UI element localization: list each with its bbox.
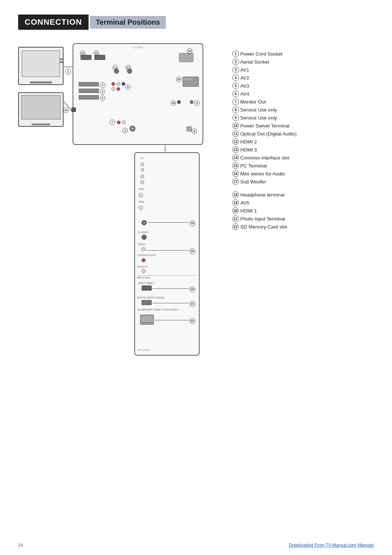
ci-slot	[179, 53, 193, 62]
headphone-port	[142, 220, 147, 225]
hdmi1-port	[142, 285, 152, 291]
label-1: 1	[65, 69, 71, 74]
tv-rear-view	[18, 47, 64, 85]
sd-slot	[140, 315, 154, 325]
diag-label-14: 14	[187, 48, 192, 54]
terminal-item-6: 6AV4	[232, 90, 374, 97]
footer: 14 Downloaded From TV-Manual.com Manuals	[18, 543, 374, 548]
diag-label-18: 18	[189, 219, 195, 226]
diag-label-4: 4	[100, 88, 105, 94]
terminal-item-5: 5AV3	[232, 82, 374, 89]
svideo-label: S-VIDEO	[138, 231, 148, 234]
diag-label-6: 6	[125, 83, 131, 90]
terminal-item-4: 4AV2	[232, 74, 374, 81]
av3-scart	[79, 95, 99, 100]
terminal-item-18: 18Headphone terminal	[232, 191, 374, 198]
terminal-item-19: 19AV5	[232, 199, 374, 206]
diag-label-17: 17	[126, 64, 131, 70]
bottom-label: AV5 (S-IN)	[137, 349, 149, 351]
terminal-group-1: 1Power Cord Socket2Aerial Socket3AV14AV2…	[232, 50, 374, 185]
svideo-port	[142, 235, 147, 240]
photo-label: PHOTO INPUT DIGITAL	[137, 296, 165, 299]
terminal-item-21: 21Photo Input Terminal	[232, 215, 374, 222]
tv-front-view	[18, 92, 64, 127]
diag-label-3: 3	[100, 81, 105, 88]
sd-label-text: SD MEMORY CARD / PUSH-EJECT	[137, 308, 179, 311]
terminal-item-10: 10Power Swivel Terminal	[232, 122, 374, 129]
tv-screen-inner	[22, 50, 60, 77]
back-panel: LC-4SH1 13 12	[73, 43, 203, 145]
terminal-item-15: 15PC Terminal	[232, 162, 374, 169]
av1-scart	[79, 82, 99, 86]
power-swivel	[72, 108, 76, 112]
side-panel: CI eOK iShs	[134, 152, 200, 356]
line-18	[148, 222, 189, 223]
diag-label-11: 11	[113, 64, 118, 70]
audio-r-port	[142, 269, 146, 273]
page-number: 14	[18, 543, 23, 548]
audio-l-port	[142, 258, 146, 262]
terminal-group-2: 18Headphone terminal19AV520HDMI 121Photo…	[232, 191, 374, 230]
terminal-item-9: 9Service Use only	[232, 114, 374, 121]
ci-area-side: CI	[140, 157, 144, 184]
model-label: LC-4SH1	[133, 46, 143, 49]
main-content: 1 LC-4SH1 13	[18, 40, 374, 385]
line-19	[147, 250, 189, 251]
photo-port	[142, 300, 152, 305]
terminal-item-7: 7Monitor Out	[232, 98, 374, 105]
tv-connector	[60, 58, 63, 60]
page-container: CONNECTION Terminal Positions	[0, 0, 392, 406]
diag-label-10: 10	[63, 106, 69, 113]
diag-label-15: 15	[176, 77, 181, 82]
diag-label-12: 12	[94, 50, 99, 56]
terminal-item-11: 11Optical Out (Digital Audio)	[232, 130, 374, 137]
av5-label: INPUT AV5	[137, 275, 197, 279]
terminal-item-13: 13HDMI 3	[232, 146, 374, 153]
audio-r-label: AUDIO R	[137, 266, 148, 268]
terminal-item-2: 2Aerial Socket	[232, 58, 374, 65]
line-21	[152, 303, 189, 303]
terminal-item-3: 3AV1	[232, 66, 374, 73]
diag-label-7: 7	[110, 118, 115, 125]
terminal-item-16: 16Mini stereo for Audio	[232, 170, 374, 177]
diag-label-22: 22	[189, 317, 195, 324]
diag-label-5: 5	[100, 94, 105, 101]
terminal-item-8: 8Service Use only	[232, 106, 374, 113]
eok-port	[139, 193, 143, 197]
monitor-out-area	[117, 121, 126, 124]
diagram-area: 1 LC-4SH1 13	[18, 40, 214, 385]
terminal-item-14: 14Common interface slot	[232, 154, 374, 161]
tv-base	[30, 81, 52, 84]
mini-stereo	[177, 100, 181, 104]
diag-label-13: 13	[80, 50, 85, 56]
diag-label-20: 20	[189, 285, 195, 292]
ishs-label: iShs	[139, 200, 144, 203]
ishs-port	[139, 206, 143, 210]
diag-label-16: 16	[171, 99, 176, 106]
line-22	[155, 320, 189, 320]
diag-label-2: 2	[122, 127, 128, 133]
service9-port	[190, 100, 193, 104]
av2-scart	[79, 89, 99, 93]
eok-label: eOK	[139, 187, 144, 191]
terminal-positions-header: Terminal Positions	[90, 16, 166, 29]
audio-l-label: L/MONO AUDIO	[137, 254, 156, 256]
video-label: VIDEO	[138, 243, 146, 246]
diag-label-19: 19	[189, 247, 195, 254]
terminal-item-17: 17Sub Woofer	[232, 178, 374, 185]
tv-front-base	[32, 123, 50, 125]
footer-link[interactable]: Downloaded From TV-Manual.com Manuals	[289, 543, 374, 548]
terminal-list-column: 1Power Cord Socket2Aerial Socket3AV14AV2…	[229, 40, 374, 385]
diag-label-21: 21	[189, 300, 195, 307]
service8-port	[187, 126, 192, 131]
connection-header: CONNECTION	[18, 15, 89, 30]
tv-connector2	[60, 61, 63, 63]
terminal-item-12: 12HDMI 2	[232, 138, 374, 145]
terminal-item-22: 22SD Memory Card slot	[232, 223, 374, 230]
connection-title: CONNECTION	[25, 17, 82, 27]
diag-label-8: 8	[192, 127, 197, 134]
line-20	[152, 288, 189, 289]
video-port	[142, 247, 146, 251]
av4-area	[111, 82, 125, 91]
aerial-socket	[130, 126, 135, 131]
